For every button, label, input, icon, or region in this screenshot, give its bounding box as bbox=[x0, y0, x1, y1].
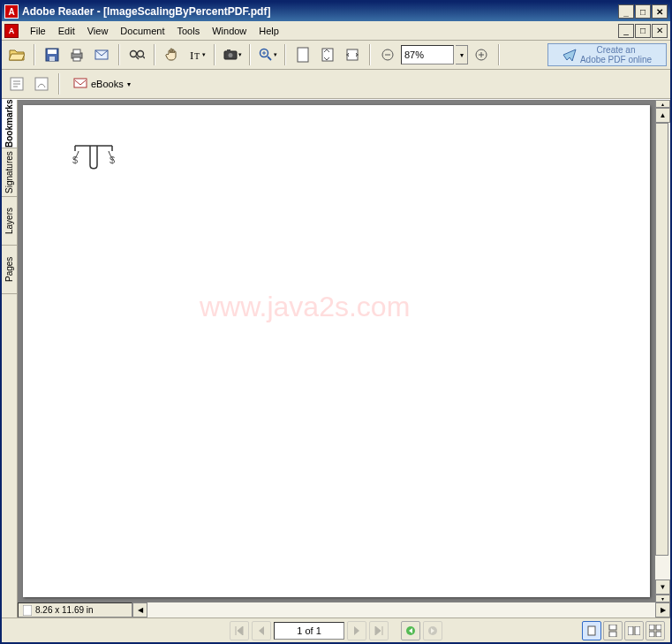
email-button[interactable] bbox=[90, 43, 113, 66]
ebooks-label: eBooks bbox=[91, 79, 124, 89]
svg-rect-4 bbox=[73, 49, 80, 54]
page-number-input[interactable] bbox=[274, 622, 344, 640]
horizontal-scroll-row: 8.26 x 11.69 in ◀ ▶ bbox=[18, 602, 670, 617]
separator bbox=[284, 44, 286, 65]
svg-point-7 bbox=[131, 51, 137, 57]
menu-file[interactable]: File bbox=[24, 24, 52, 38]
close-button[interactable]: ✕ bbox=[652, 4, 668, 19]
menu-edit[interactable]: Edit bbox=[52, 24, 81, 38]
scroll-track[interactable] bbox=[655, 123, 670, 580]
single-page-button[interactable] bbox=[582, 621, 601, 640]
continuous-page-button[interactable] bbox=[603, 621, 623, 640]
tab-layers[interactable]: Layers bbox=[2, 197, 17, 246]
scroll-thumb[interactable] bbox=[655, 123, 668, 556]
svg-rect-45 bbox=[628, 626, 633, 635]
create-pdf-online-button[interactable]: Create an Adobe PDF online bbox=[547, 43, 667, 66]
menu-document[interactable]: Document bbox=[114, 24, 170, 38]
facing-page-button[interactable] bbox=[624, 621, 644, 640]
scroll-caplet-up[interactable]: ▴ bbox=[655, 100, 670, 108]
vertical-scrollbar[interactable]: ▴ ▲ ▼ ▾ bbox=[655, 100, 670, 602]
ebooks-button[interactable]: eBooks ▾ bbox=[65, 73, 139, 95]
separator bbox=[154, 44, 155, 65]
window-controls: _ □ ✕ bbox=[618, 4, 668, 19]
page-dimensions-indicator: 8.26 x 11.69 in bbox=[18, 602, 132, 617]
content-area: Bookmarks Signatures Layers Pages $ $ bbox=[2, 99, 670, 617]
hscroll-left-button[interactable]: ◀ bbox=[132, 602, 147, 617]
svg-text:$: $ bbox=[109, 155, 115, 165]
scroll-down-button[interactable]: ▼ bbox=[655, 580, 670, 595]
zoom-input[interactable] bbox=[401, 45, 454, 64]
next-view-button[interactable] bbox=[423, 621, 442, 640]
hscroll-track[interactable] bbox=[147, 602, 655, 617]
window-title: Adobe Reader - [ImageScalingByPercentPDF… bbox=[22, 5, 618, 18]
continuous-facing-button[interactable] bbox=[646, 621, 665, 640]
mdi-restore-button[interactable]: □ bbox=[635, 24, 651, 38]
separator bbox=[369, 44, 371, 65]
menu-bar: A File Edit View Document Tools Window H… bbox=[2, 21, 670, 41]
scroll-caplet-down[interactable]: ▾ bbox=[655, 595, 670, 602]
zoom-dropdown-button[interactable]: ▾ bbox=[456, 45, 468, 64]
fit-width-button[interactable] bbox=[341, 43, 364, 66]
separator bbox=[58, 73, 60, 95]
watermark-text: www.java2s.com bbox=[200, 291, 410, 323]
tab-signatures[interactable]: Signatures bbox=[2, 148, 17, 197]
status-bar bbox=[2, 617, 670, 642]
ebook-icon bbox=[73, 78, 87, 90]
svg-rect-1 bbox=[48, 49, 57, 54]
create-pdf-label-1: Create an bbox=[580, 45, 652, 55]
pdf-page[interactable]: $ $ www.java2s.com bbox=[23, 105, 650, 597]
create-pdf-label-2: Adobe PDF online bbox=[580, 55, 652, 64]
horizontal-scrollbar[interactable]: ◀ ▶ bbox=[132, 602, 670, 617]
fit-page-button[interactable] bbox=[316, 43, 339, 66]
svg-rect-39 bbox=[23, 605, 32, 616]
menu-window[interactable]: Window bbox=[206, 24, 253, 38]
svg-rect-33 bbox=[74, 79, 87, 87]
save-button[interactable] bbox=[41, 43, 64, 66]
document-area: $ $ www.java2s.com ▴ ▲ ▼ ▾ bbox=[18, 100, 670, 617]
separator bbox=[214, 44, 215, 65]
scroll-up-button[interactable]: ▲ bbox=[655, 108, 670, 123]
application-window: A Adobe Reader - [ImageScalingByPercentP… bbox=[0, 0, 672, 644]
svg-line-10 bbox=[143, 57, 145, 58]
restore-button[interactable]: □ bbox=[635, 4, 651, 19]
menu-tools[interactable]: Tools bbox=[171, 24, 207, 38]
doc-icon: A bbox=[4, 24, 19, 38]
separator bbox=[249, 44, 251, 65]
paper-plane-icon bbox=[563, 48, 577, 62]
last-page-button[interactable] bbox=[369, 621, 389, 640]
open-button[interactable] bbox=[5, 43, 28, 66]
toolbar-button-a[interactable] bbox=[5, 72, 28, 95]
svg-rect-46 bbox=[635, 626, 640, 635]
zoom-plus-button[interactable] bbox=[470, 43, 493, 66]
tab-pages[interactable]: Pages bbox=[2, 246, 17, 294]
snapshot-tool-button[interactable] bbox=[221, 43, 244, 66]
svg-rect-48 bbox=[656, 625, 661, 630]
minimize-button[interactable]: _ bbox=[618, 4, 634, 19]
zoom-out-button[interactable] bbox=[376, 43, 399, 66]
menu-view[interactable]: View bbox=[81, 24, 115, 38]
zoom-in-button[interactable] bbox=[256, 43, 279, 66]
menu-help[interactable]: Help bbox=[253, 24, 285, 38]
mdi-minimize-button[interactable]: _ bbox=[618, 24, 634, 38]
svg-line-8 bbox=[136, 57, 139, 59]
search-button[interactable] bbox=[125, 43, 148, 66]
print-button[interactable] bbox=[65, 43, 88, 66]
svg-rect-50 bbox=[656, 632, 661, 637]
mdi-close-button[interactable]: ✕ bbox=[652, 24, 668, 38]
svg-point-9 bbox=[138, 51, 144, 57]
hscroll-right-button[interactable]: ▶ bbox=[655, 602, 670, 617]
svg-rect-2 bbox=[49, 57, 55, 61]
select-text-button[interactable]: IT bbox=[185, 43, 208, 66]
svg-rect-15 bbox=[227, 49, 230, 52]
mdi-controls: _ □ ✕ bbox=[618, 24, 668, 38]
prev-page-button[interactable] bbox=[252, 621, 271, 640]
title-bar[interactable]: A Adobe Reader - [ImageScalingByPercentP… bbox=[2, 2, 670, 21]
toolbar-button-b[interactable] bbox=[30, 72, 53, 95]
tab-bookmarks[interactable]: Bookmarks bbox=[2, 100, 17, 148]
actual-size-button[interactable] bbox=[291, 43, 314, 66]
prev-view-button[interactable] bbox=[401, 621, 420, 640]
first-page-button[interactable] bbox=[230, 621, 249, 640]
dropdown-arrow-icon: ▾ bbox=[127, 80, 131, 88]
next-page-button[interactable] bbox=[347, 621, 366, 640]
hand-tool-button[interactable] bbox=[161, 43, 184, 66]
